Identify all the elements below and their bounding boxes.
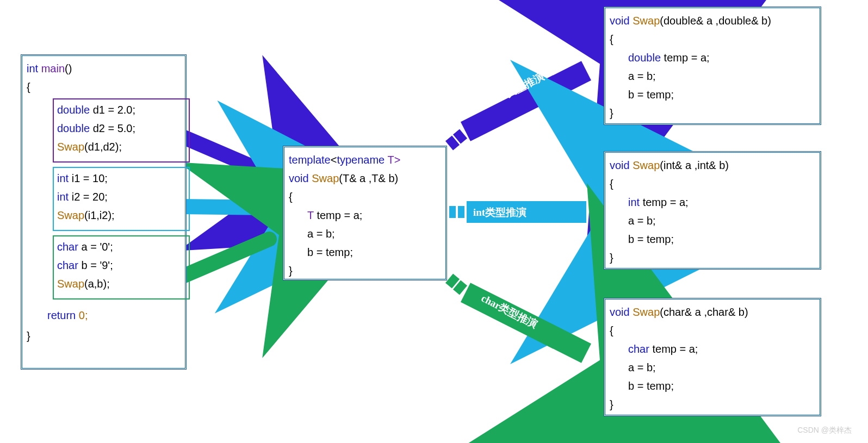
double-block: double d1 = 2.0; double d2 = 5.0; Swap(d…: [53, 98, 190, 163]
main-sig: int main(): [27, 59, 178, 78]
out-double-box: void Swap(double& a ,double& b) { double…: [604, 7, 821, 125]
arrow-main-int: [181, 207, 269, 208]
out-char-box: void Swap(char& a ,char& b) { char temp …: [604, 298, 821, 416]
template-decl: template<typename T>: [289, 151, 439, 169]
main-box: int main() { double d1 = 2.0; double d2 …: [21, 54, 187, 370]
label-char-deduce: char类型推演: [479, 291, 540, 332]
label-int-deduce: int类型推演: [473, 205, 526, 220]
watermark: CSDN @类梓杰: [797, 426, 852, 435]
int-block: int i1 = 10; int i2 = 20; Swap(i1,i2);: [53, 167, 190, 231]
char-block: char a = '0'; char b = '9'; Swap(a,b);: [53, 235, 190, 300]
svg-line-7: [457, 285, 463, 290]
arrow-main-double: [181, 136, 269, 174]
out-int-box: void Swap(int& a ,int& b) { int temp = a…: [604, 151, 821, 270]
label-double-deduce: double类型推演: [476, 70, 546, 115]
template-box: template<typename T> void Swap(T& a ,T& …: [283, 146, 447, 280]
svg-line-6: [449, 278, 456, 284]
svg-line-1: [457, 134, 463, 139]
svg-line-0: [449, 140, 456, 146]
arrow-main-char: [181, 239, 269, 277]
